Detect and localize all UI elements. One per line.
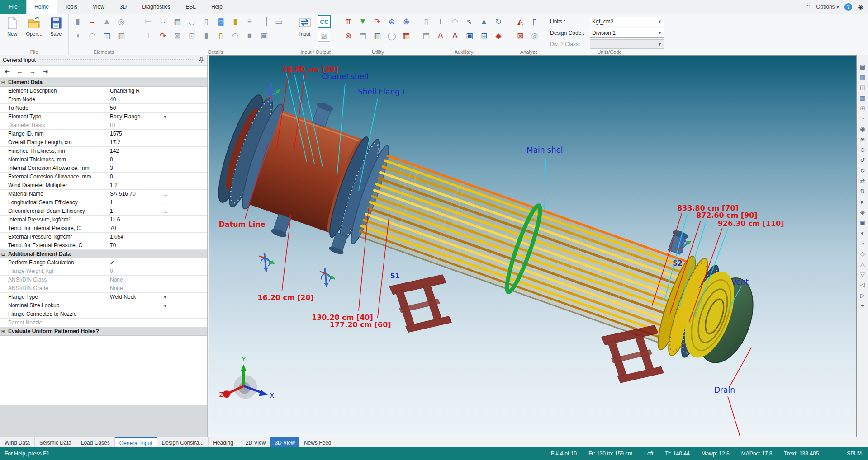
next-element-button[interactable]: → (27, 66, 38, 76)
panel-tab[interactable]: Wind Data (0, 437, 35, 448)
target-icon[interactable]: ◉ (858, 124, 868, 134)
property-value[interactable]: None (107, 285, 207, 291)
property-row[interactable]: Perform Flange Calculation ✔ (0, 258, 207, 267)
saddle-detail-icon[interactable]: ◡ (185, 15, 198, 28)
column-icon[interactable]: ▮ (200, 29, 213, 42)
property-row[interactable]: From Node 40 (0, 95, 207, 104)
menu-item[interactable]: View (85, 0, 112, 14)
shade-icon[interactable]: ◈ (858, 207, 868, 217)
view-up-icon[interactable]: △ (858, 259, 868, 269)
hemi-head-icon[interactable]: ◠ (86, 29, 99, 42)
property-value[interactable]: 11.6 (107, 216, 207, 223)
property-row[interactable]: Longitudinal Seam Efficiency 1 ... (0, 198, 207, 207)
insert-element-icon[interactable]: ⇈ (342, 15, 355, 28)
nozzle-icon[interactable]: ⊢ (142, 15, 155, 28)
property-row[interactable]: Wind Diameter Multiplier 1.2 (0, 181, 207, 190)
roll-icon[interactable]: ↻ (492, 15, 505, 28)
autocad-icon[interactable]: A (434, 29, 447, 42)
error-check-icon[interactable]: ⊠ (514, 29, 526, 42)
options-menu[interactable]: Options ▾ (816, 4, 839, 10)
stiffener-icon[interactable]: ↔ (157, 15, 169, 28)
view-left-icon[interactable]: ◁ (858, 280, 868, 290)
property-extra-icon[interactable]: ▾ (161, 114, 169, 119)
property-row[interactable]: Parent Nozzle (0, 319, 207, 327)
menu-item[interactable]: Diagnostics (134, 0, 178, 14)
3d-viewport[interactable]: 38.80 cm [30] Chanel shell Shell Flang L… (209, 55, 857, 437)
property-row[interactable]: Temp. for External Pressure, C 70 (0, 241, 207, 250)
cone-icon[interactable]: ▲ (100, 15, 113, 28)
property-row[interactable]: Internal Pressure, kgf/cm² 11.6 (0, 216, 207, 224)
help-icon[interactable]: ? (844, 3, 852, 11)
redo-view-icon[interactable]: ↻ (858, 165, 868, 175)
property-row[interactable]: Temp. for Internal Pressure, C 70 (0, 224, 207, 233)
pdf3d-icon[interactable]: ◆ (492, 29, 505, 42)
property-row[interactable]: Overall Flange Length, cm 17.2 (0, 138, 207, 147)
property-value[interactable]: 142 (107, 148, 207, 154)
pipe-icon[interactable]: ▕ (258, 15, 270, 28)
wave-icon[interactable]: ◠ (449, 15, 461, 28)
brace-icon[interactable]: ⊠ (171, 29, 184, 42)
print-icon[interactable]: ▤ (858, 61, 868, 71)
clip-icon[interactable]: ▭ (272, 15, 285, 28)
new-button[interactable]: New (3, 15, 22, 37)
save-button[interactable]: Save (47, 15, 66, 37)
panel-tab[interactable]: Heading (209, 437, 238, 448)
property-row[interactable]: ANSI/DIN Grade None (0, 284, 207, 293)
segment-icon[interactable]: ▤ (356, 29, 369, 42)
report-icon[interactable]: ▯ (528, 15, 541, 28)
property-value[interactable]: 1 (107, 208, 207, 214)
liquid-icon[interactable]: ▓ (214, 15, 227, 28)
delete-element-icon[interactable]: ⊗ (342, 29, 355, 42)
property-row[interactable]: Finished Thickness, mm 142 (0, 147, 207, 155)
pick-icon[interactable]: ⇖ (463, 15, 476, 28)
grid-icon[interactable]: ⊞ (858, 103, 868, 113)
property-row[interactable]: Flange ID, mm 1575 (0, 130, 207, 138)
head-icon[interactable]: ◒ (86, 15, 99, 28)
menu-item[interactable]: Home (26, 0, 57, 14)
open-button[interactable]: Open... (24, 15, 43, 37)
panel-tab[interactable]: Load Cases (76, 437, 115, 448)
cc-button[interactable]: CC (318, 15, 331, 28)
property-row[interactable]: External Corrosion Allowance, mm 0 (0, 173, 207, 181)
menu-item[interactable]: 3D (112, 0, 134, 14)
page-setup-icon[interactable]: ▦ (858, 72, 868, 82)
property-row[interactable]: External Pressure, kgf/cm² 1.054 (0, 233, 207, 241)
property-extra-icon[interactable]: ... (161, 200, 169, 205)
lug-icon[interactable]: ▯ (200, 15, 213, 28)
property-row[interactable]: Element Description Chanel flg R (0, 87, 207, 95)
property-extra-icon[interactable]: ... (161, 209, 169, 214)
expand-box-icon[interactable]: ⊟ (0, 80, 6, 85)
calculator-icon[interactable]: ⊞ (478, 29, 490, 42)
property-row[interactable]: ANSI/DIN Class None (0, 276, 207, 284)
panel-tab[interactable]: Seismic Data (35, 437, 76, 448)
sphere-icon[interactable]: ◯ (385, 29, 398, 42)
property-value[interactable]: Chanel flg R (107, 88, 207, 94)
report-icon[interactable]: ◫ (858, 82, 868, 92)
view-tab[interactable]: 3D View (270, 437, 299, 448)
legs-icon[interactable]: ▥ (115, 29, 128, 42)
tower-icon[interactable]: ▲ (478, 15, 490, 28)
input-button[interactable]: Input (295, 15, 315, 42)
property-row[interactable]: Diameter Basis ID (0, 121, 207, 130)
funnel-icon[interactable]: ▼ (356, 15, 369, 28)
property-row[interactable]: Flange Connected to Nozzle (0, 310, 207, 319)
elliptical-head-icon[interactable]: ◖ (71, 29, 84, 42)
zoom-out-icon[interactable]: ⊖ (858, 145, 868, 155)
design-code-select[interactable]: Division 1▼ (590, 28, 664, 38)
database-icon[interactable]: ▥ (371, 29, 384, 42)
property-extra-icon[interactable]: ... (161, 192, 169, 197)
property-value[interactable]: 3 (107, 165, 207, 171)
pin-icon[interactable] (199, 57, 204, 63)
section-icon[interactable]: ◑ (858, 238, 868, 248)
property-value[interactable]: 40 (107, 96, 207, 103)
panel-tab[interactable]: General Input (115, 437, 157, 448)
property-extra-icon[interactable]: ▾ (161, 303, 169, 308)
property-value[interactable]: ✔ (107, 260, 207, 266)
cylinder-icon[interactable]: ▮ (71, 15, 84, 28)
property-row[interactable]: Material Name SA-516 70 ... (0, 190, 207, 198)
menu-item[interactable]: Tools (57, 0, 85, 14)
collapse-ribbon-icon[interactable]: ⌃ (806, 4, 811, 10)
stub-icon[interactable]: ⊥ (142, 29, 155, 42)
property-value[interactable]: 0 (107, 174, 207, 180)
flip-icon[interactable]: ↷ (371, 15, 384, 28)
